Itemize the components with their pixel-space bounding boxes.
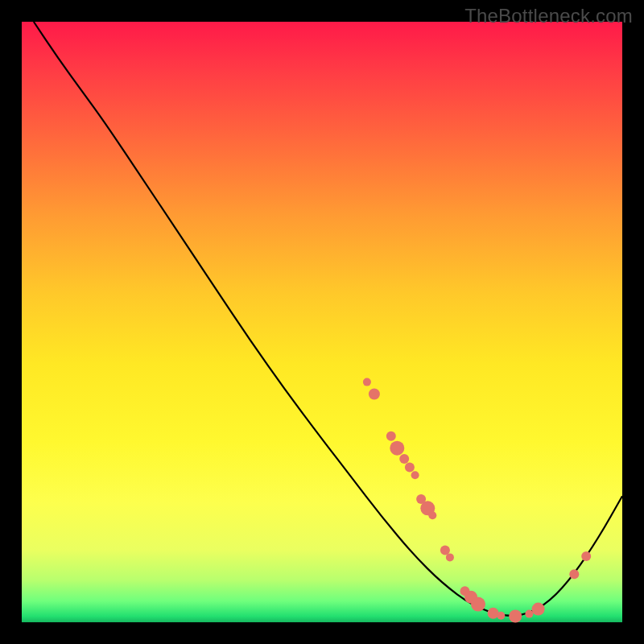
data-point xyxy=(532,603,545,616)
data-point xyxy=(471,597,485,612)
data-point xyxy=(509,610,522,623)
data-point xyxy=(405,463,415,473)
data-point xyxy=(399,454,409,464)
data-point xyxy=(390,441,404,456)
data-point xyxy=(428,511,436,519)
data-point xyxy=(488,608,499,619)
data-point xyxy=(363,378,371,386)
data-points-group xyxy=(363,378,591,623)
data-point xyxy=(569,569,579,579)
data-point xyxy=(386,431,396,441)
bottleneck-curve xyxy=(34,22,622,616)
data-point xyxy=(446,553,454,561)
data-point xyxy=(411,471,419,479)
watermark-text: TheBottleneck.com xyxy=(464,5,633,27)
chart-frame xyxy=(22,22,622,622)
data-point xyxy=(369,389,380,400)
data-point xyxy=(525,610,533,618)
chart-svg xyxy=(22,22,622,622)
data-point xyxy=(440,546,450,555)
data-point xyxy=(581,551,591,561)
data-point xyxy=(497,612,505,620)
